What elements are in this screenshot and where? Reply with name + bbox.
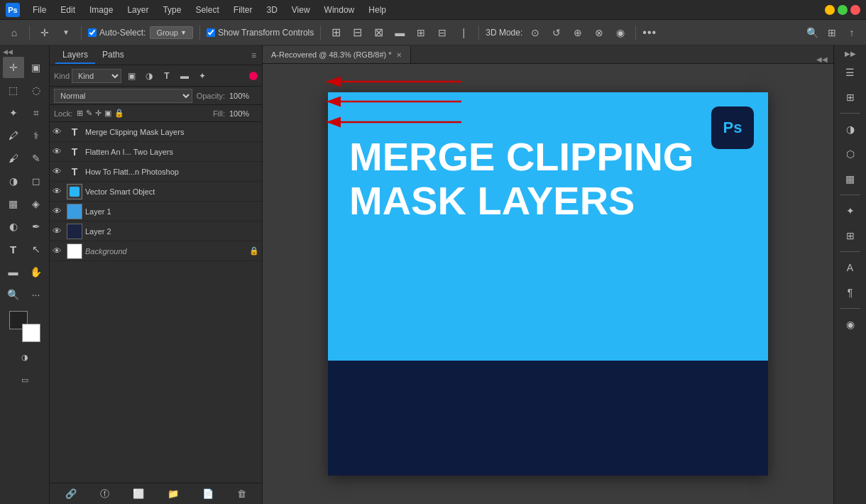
menu-window[interactable]: Window [319,4,361,16]
align-center-h-icon[interactable]: ⊟ [349,24,366,41]
menu-image[interactable]: Image [84,4,119,16]
layer-item[interactable]: 👁 Layer 2 [50,221,262,241]
eraser-tool[interactable]: ◻ [26,170,47,192]
lock-all-icon[interactable]: 🔒 [114,109,124,118]
dodge-tool[interactable]: ◐ [3,216,24,237]
gradients-icon[interactable]: ▦ [839,168,862,190]
layer-visibility-icon[interactable]: 👁 [53,246,64,256]
blur-tool[interactable]: ◈ [26,193,47,214]
close-btn[interactable] [850,5,860,15]
panels-collapse-icon[interactable]: ◀◀ [816,55,828,63]
maximize-btn[interactable] [838,5,848,15]
move-icon[interactable]: ✛ [36,24,53,41]
share-icon[interactable]: ↑ [843,24,860,41]
tab-paths[interactable]: Paths [95,47,131,64]
new-layer-icon[interactable]: 📄 [202,488,214,499]
tab-layers[interactable]: Layers [55,47,95,64]
layer-visibility-icon[interactable]: 👁 [53,146,64,157]
artboard-tool[interactable]: ▣ [26,57,47,78]
lock-pixels-icon[interactable]: ✎ [86,109,92,118]
minimize-btn[interactable] [825,5,835,15]
collapse-right-icon[interactable]: ▶▶ [843,48,857,59]
collapse-left-icon[interactable]: ◀◀ [0,48,13,55]
canvas-tab-active[interactable]: A-Recovered @ 48.3% (RGB/8#) * ✕ [263,46,411,63]
layer-item[interactable]: 👁 T Merge Clipping Mask Layers [50,122,262,142]
auto-select-checkbox[interactable]: Auto-Select: [88,28,146,38]
3d-icon-1[interactable]: ⊙ [527,24,544,41]
styles-icon[interactable]: ✦ [839,199,862,222]
delete-layer-icon[interactable]: 🗑 [237,488,246,499]
menu-3d[interactable]: 3D [261,4,283,16]
crop-tool[interactable]: ⌗ [26,102,47,124]
swatches-icon[interactable]: ⬡ [839,143,862,165]
blend-mode-select[interactable]: Normal [54,89,192,103]
layer-visibility-icon[interactable]: 👁 [53,166,64,177]
auto-select-check[interactable] [88,28,97,37]
layer-item[interactable]: 👁 Vector Smart Object [50,182,262,202]
move-tool[interactable]: ✛ [3,57,24,78]
layer-visibility-icon[interactable]: 👁 [53,186,64,197]
menu-filter[interactable]: Filter [228,4,258,16]
search-icon[interactable]: 🔍 [804,24,821,41]
layer-visibility-icon[interactable]: 👁 [53,206,64,217]
libraries-icon[interactable]: ⊞ [839,86,862,109]
character-icon[interactable]: A [839,256,862,279]
gradient-tool[interactable]: ▦ [3,193,24,214]
extra-tool[interactable]: ··· [26,284,47,305]
canvas-tab-close-icon[interactable]: ✕ [396,51,402,59]
layers-panel-menu-icon[interactable]: ≡ [251,50,256,60]
eyedropper-tool[interactable]: 🖍 [3,125,24,146]
align-center-v-icon[interactable]: ▬ [391,24,408,41]
align-right-icon[interactable]: ⊠ [370,24,387,41]
heal-tool[interactable]: ⚕ [26,125,47,146]
lock-artboard-icon[interactable]: ▣ [104,109,111,118]
move-options-icon[interactable]: ▼ [57,24,75,41]
home-icon[interactable]: ⌂ [6,24,23,41]
filter-type-icon[interactable]: T [159,68,175,84]
transform-checkbox[interactable]: Show Transform Controls [207,28,314,38]
menu-type[interactable]: Type [157,4,187,16]
background-color[interactable] [22,324,40,342]
layer-item[interactable]: 👁 T Flatten An I... Two Layers [50,142,262,162]
menu-help[interactable]: Help [363,4,392,16]
magic-wand-tool[interactable]: ✦ [3,102,24,124]
3d-icon-3[interactable]: ⊕ [569,24,586,41]
adjustments-icon[interactable]: ◑ [839,118,862,141]
3d-panel-icon[interactable]: ◉ [839,313,862,336]
transform-check[interactable] [207,28,215,37]
filter-shape-icon[interactable]: ▬ [177,68,192,84]
link-layers-icon[interactable]: 🔗 [65,488,77,499]
screen-mode-icon[interactable]: ▭ [14,369,35,390]
layer-mask-icon[interactable]: ⬜ [133,488,144,499]
history-tool[interactable]: ◑ [3,170,24,192]
properties-icon[interactable]: ☰ [839,61,862,84]
paragraph-icon[interactable]: ¶ [839,281,862,304]
shape-tool[interactable]: ▬ [3,261,24,283]
filter-smart-icon[interactable]: ✦ [194,68,210,84]
filter-pixel-icon[interactable]: ▣ [124,68,139,84]
more-options-icon[interactable]: ••• [642,26,657,39]
new-group-icon[interactable]: 📁 [168,488,179,499]
filter-kind-select[interactable]: Kind [72,69,121,83]
menu-layer[interactable]: Layer [121,4,154,16]
marquee-tool[interactable]: ⬚ [3,80,24,101]
layer-item[interactable]: 👁 Layer 1 [50,202,262,221]
lock-transparent-icon[interactable]: ⊞ [77,109,83,118]
menu-file[interactable]: File [27,4,52,16]
3d-icon-2[interactable]: ↺ [548,24,565,41]
layer-visibility-icon[interactable]: 👁 [53,126,64,137]
3d-icon-4[interactable]: ⊗ [591,24,608,41]
layer-item[interactable]: 👁 T How To Flatt...n Photoshop [50,162,262,182]
clone-tool[interactable]: ✎ [26,148,47,169]
3d-icon-5[interactable]: ◉ [612,24,629,41]
group-dropdown[interactable]: Group ▼ [150,26,193,39]
layer-item[interactable]: 👁 Background 🔒 [50,241,262,261]
align-icon[interactable]: | [455,24,472,41]
quick-mask-icon[interactable]: ◑ [14,346,35,368]
align-left-icon[interactable]: ⊞ [327,24,344,41]
hand-tool[interactable]: ✋ [26,261,47,283]
distribute-v-icon[interactable]: ⊟ [434,24,451,41]
arrange-icon[interactable]: ⊞ [823,24,840,41]
lasso-tool[interactable]: ◌ [26,80,47,101]
menu-view[interactable]: View [286,4,316,16]
